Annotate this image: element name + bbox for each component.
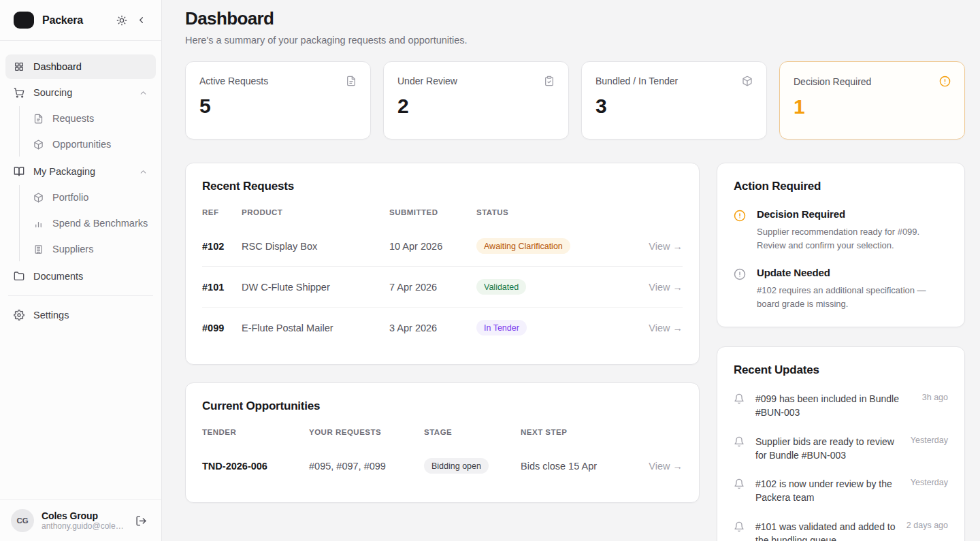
alert-circle-icon [734,268,747,280]
recent-requests-title: Recent Requests [202,180,683,193]
theme-toggle-button[interactable] [112,11,131,30]
update-text: #099 has been included in Bundle #BUN-00… [755,392,904,420]
request-ref: #101 [202,282,242,293]
status-badge: Validated [476,279,526,295]
request-product: E-Flute Postal Mailer [242,323,389,333]
sidebar-item-label: Suppliers [52,244,93,255]
arrow-right-icon: → [673,461,683,472]
request-ref: #102 [202,241,242,252]
column-header: SUBMITTED [389,208,476,216]
chevron-up-icon [139,167,148,176]
sidebar-item-label: Portfolio [52,192,88,203]
sidebar-item-dashboard[interactable]: Dashboard [5,54,156,79]
sidebar-collapse-button[interactable] [131,11,150,30]
update-text: #102 is now under review by the Packera … [755,477,901,505]
tender-next-step: Bids close 15 Apr [521,461,639,472]
action-item-description: Supplier recommendation ready for #099. … [757,225,947,252]
update-time: 2 days ago [906,520,948,541]
sidebar-item-my-packaging[interactable]: My Packaging [5,159,156,184]
stat-value: 1 [794,95,951,118]
update-time: Yesterday [911,435,948,463]
shopping-cart-icon [14,87,24,98]
stage-badge: Bidding open [424,458,489,474]
column-header: STATUS [476,208,639,216]
view-request-link[interactable]: View → [639,241,683,252]
update-text: #101 was validated and added to the bund… [755,520,897,541]
user-name: Coles Group [42,510,124,521]
recent-updates-card: Recent Updates #099 has been included in… [717,346,965,541]
stat-card-decision-required[interactable]: Decision Required 1 [779,61,965,140]
sidebar-item-label: Opportunities [52,139,111,150]
request-submitted: 10 Apr 2026 [389,241,476,252]
building-icon [33,244,44,255]
sidebar-item-label: Settings [33,310,69,321]
sourcing-subgroup: Requests Opportunities [19,106,156,157]
page-subtitle: Here's a summary of your packaging reque… [185,35,965,46]
sidebar-item-spend-benchmarks[interactable]: Spend & Benchmarks [28,211,156,235]
recent-requests-header: REF PRODUCT SUBMITTED STATUS [202,208,683,226]
update-text: Supplier bids are ready to review for Bu… [755,435,901,463]
alert-circle-icon [939,76,951,87]
nav-divider [8,295,153,296]
table-row: #102 RSC Display Box 10 Apr 2026 Awaitin… [202,226,683,266]
sidebar-item-label: My Packaging [33,166,95,177]
stat-label: Active Requests [199,76,268,86]
current-opportunities-header: TENDER YOUR REQUESTS STAGE NEXT STEP [202,428,683,446]
request-submitted: 7 Apr 2026 [389,282,476,293]
column-header: NEXT STEP [521,428,639,436]
sidebar-item-requests[interactable]: Requests [28,106,156,131]
tender-your-requests: #095, #097, #099 [309,461,424,472]
action-item-title: Decision Required [757,208,948,222]
arrow-right-icon: → [673,241,683,252]
stat-label: Decision Required [794,76,871,87]
brand-name: Packera [42,14,83,27]
stat-label: Bundled / In Tender [595,76,678,86]
sidebar-item-settings[interactable]: Settings [5,303,156,327]
logout-button[interactable] [131,511,150,530]
update-item[interactable]: #101 was validated and added to the bund… [734,520,948,541]
column-header: REF [202,208,242,216]
stats-row: Active Requests 5 Under Review 2 Bundled… [185,61,965,140]
packera-logo-icon [14,12,34,29]
stat-card-active-requests[interactable]: Active Requests 5 [185,61,371,140]
view-request-link[interactable]: View → [639,282,683,293]
folder-icon [14,271,24,282]
sidebar-item-documents[interactable]: Documents [5,264,156,289]
action-item-description: #102 requires an additional specificatio… [757,284,947,310]
sidebar-item-label: Documents [33,271,83,282]
action-item-decision-required[interactable]: Decision Required Supplier recommendatio… [734,208,948,252]
column-header: PRODUCT [242,208,389,216]
sidebar-item-suppliers[interactable]: Suppliers [28,237,156,261]
sidebar-item-sourcing[interactable]: Sourcing [5,80,156,105]
sidebar: Packera Dashboard Sourcing [0,0,162,541]
file-text-icon [346,76,357,86]
action-item-update-needed[interactable]: Update Needed #102 requires an additiona… [734,267,948,310]
sidebar-item-portfolio[interactable]: Portfolio [28,185,156,210]
sidebar-nav: Dashboard Sourcing Requests Opp [0,41,161,499]
view-request-link[interactable]: View → [639,323,683,333]
my-packaging-subgroup: Portfolio Spend & Benchmarks Suppliers [19,185,156,261]
sidebar-item-label: Sourcing [33,87,72,98]
sidebar-item-opportunities[interactable]: Opportunities [28,132,156,157]
update-time: Yesterday [911,477,948,505]
column-header: STAGE [424,428,521,436]
main-content: Dashboard Here's a summary of your packa… [162,0,980,541]
sidebar-item-label: Spend & Benchmarks [52,218,148,229]
view-tender-link[interactable]: View → [639,461,683,472]
chevron-left-icon [136,15,146,25]
request-ref: #099 [202,323,242,333]
stat-card-under-review[interactable]: Under Review 2 [383,61,569,140]
status-badge: Awaiting Clarification [476,238,570,254]
stat-value: 3 [595,95,753,118]
current-opportunities-title: Current Opportunities [202,399,683,413]
stat-value: 5 [199,95,357,118]
update-item[interactable]: #102 is now under review by the Packera … [734,477,948,505]
package-icon [33,193,44,203]
gear-icon [14,310,24,321]
bell-icon [734,436,746,463]
update-item[interactable]: Supplier bids are ready to review for Bu… [734,435,948,463]
recent-updates-title: Recent Updates [734,363,948,377]
update-item[interactable]: #099 has been included in Bundle #BUN-00… [734,392,948,420]
stat-card-bundled-in-tender[interactable]: Bundled / In Tender 3 [581,61,767,140]
action-required-title: Action Required [734,180,948,193]
